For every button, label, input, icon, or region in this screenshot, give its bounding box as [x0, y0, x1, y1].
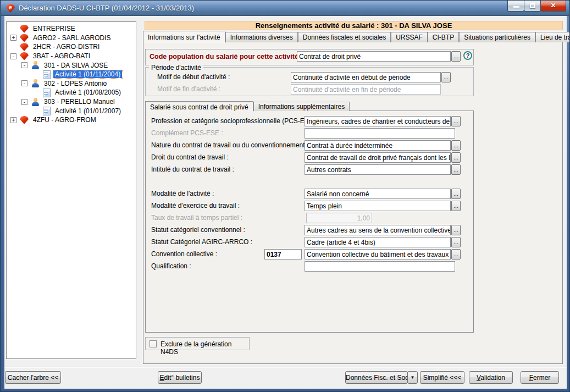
- statut-agirc-field[interactable]: Cadre (article 4 et 4bis): [305, 237, 451, 247]
- tab-ci-btp[interactable]: CI-BTP: [428, 32, 459, 42]
- tree-item-303[interactable]: -303 - PERELLO Manuel: [7, 97, 136, 107]
- statut-agirc-label: Statut Catégoriel AGIRC-ARRCO :: [151, 238, 252, 246]
- modalite-exercice-field[interactable]: Temps plein: [305, 201, 451, 211]
- motif-fin-field: Continuité d'activité en fin de période: [291, 84, 441, 95]
- statut-conventionnel-browse-button[interactable]: ...: [451, 225, 461, 235]
- company-icon: [20, 34, 29, 42]
- title-bar: e Déclaration DADS-U CI-BTP (01/04/2012 …: [1, 1, 569, 16]
- tab-situations-particulieres[interactable]: Situations particulières: [459, 32, 535, 42]
- tab-informations-diverses[interactable]: Informations diverses: [225, 32, 298, 42]
- convention-collective-field[interactable]: Convention collective du bâtiment et des…: [305, 249, 451, 260]
- droit-contrat-browse-button[interactable]: ...: [451, 152, 461, 163]
- modalite-activite-field[interactable]: Salarié non concerné: [305, 189, 451, 199]
- code-population-field[interactable]: Contrat de droit privé: [297, 51, 451, 62]
- fermer-button[interactable]: Fermer: [521, 371, 559, 384]
- document-icon: [42, 89, 51, 97]
- convention-collective-label: Convention collective :: [151, 250, 217, 258]
- tab-informations-supplementaires[interactable]: Informations supplémentaires: [253, 102, 350, 111]
- help-icon[interactable]: ?: [463, 51, 472, 60]
- app-icon-letter: e: [9, 4, 12, 10]
- exclude-n4ds-box: Exclure de la génération N4DS: [145, 337, 250, 350]
- nature-contrat-field[interactable]: Contrat à durée indéterminée: [305, 140, 451, 151]
- complement-pcs-field[interactable]: [305, 128, 455, 139]
- minimize-icon: [513, 6, 519, 8]
- convention-collective-browse-button[interactable]: ...: [451, 249, 461, 260]
- tree-item-agro2[interactable]: +AGRO2 - SARL AGRODIS: [7, 34, 136, 43]
- expander-minus-icon[interactable]: -: [21, 62, 27, 68]
- complement-pcs-label: Complément PCS-ESE :: [151, 129, 223, 137]
- code-population-label: Code population du salarié pour cette ac…: [150, 53, 303, 60]
- droit-contrat-label: Droit du contrat de travail :: [151, 153, 229, 161]
- caret-down-icon: ▼: [408, 372, 417, 383]
- close-button[interactable]: ✕: [540, 1, 566, 12]
- simplifie-button[interactable]: Simplifié <<<: [420, 371, 464, 384]
- tree-item-302[interactable]: -302 - LOPES Antonio: [7, 79, 136, 89]
- droit-contrat-field[interactable]: Contrat de travail de droit privé frança…: [305, 152, 451, 163]
- exclude-n4ds-checkbox[interactable]: [150, 340, 157, 347]
- profession-label: Profession et catégorie socioprofessionn…: [151, 117, 319, 125]
- window-title: Déclaration DADS-U CI-BTP (01/04/2012 - …: [19, 1, 194, 16]
- expander-minus-icon[interactable]: -: [21, 80, 27, 86]
- validation-button[interactable]: Validation: [469, 371, 513, 384]
- maximize-button[interactable]: [524, 1, 541, 12]
- tree-item-2hcr[interactable]: 2HCR - AGRO-DISTRI: [7, 42, 136, 52]
- app-icon: e: [6, 4, 15, 13]
- form-row-intitule-contrat: Intitulé du contrat de travail : Autres …: [1, 164, 569, 175]
- modalite-exercice-label: Modalité d'exercice du travail :: [151, 202, 240, 209]
- employee-icon: [31, 61, 40, 69]
- nature-contrat-browse-button[interactable]: ...: [451, 140, 461, 151]
- taux-partiel-label: Taux de travail à temps partiel :: [151, 214, 242, 222]
- form-row-convention-collective: Convention collective : 0137 Convention …: [1, 249, 569, 260]
- tree-item-301[interactable]: -301 - DA SILVA JOSE: [7, 60, 136, 70]
- modalite-exercice-browse-button[interactable]: ...: [451, 201, 461, 211]
- statut-agirc-browse-button[interactable]: ...: [451, 237, 461, 247]
- edit-bulletins-button[interactable]: Edit° bulletins: [158, 371, 202, 384]
- minimize-button[interactable]: [507, 1, 524, 12]
- tree-item-3bat[interactable]: -3BAT - AGRO-BATI: [7, 52, 136, 61]
- form-row-statut-agirc: Statut Catégoriel AGIRC-ARRCO : Cadre (a…: [1, 237, 569, 248]
- motif-debut-browse-button[interactable]: ...: [441, 72, 451, 82]
- intitule-contrat-field[interactable]: Autres contrats: [305, 164, 451, 175]
- intitule-contrat-label: Intitulé du contrat de travail :: [151, 165, 234, 173]
- donnees-fisc-dropdown-button[interactable]: ▼: [407, 371, 418, 384]
- convention-code-field[interactable]: 0137: [264, 249, 302, 260]
- employee-icon: [31, 79, 40, 87]
- main-tab-strip: Informations sur l'activité Informations…: [143, 30, 570, 42]
- modalite-activite-browse-button[interactable]: ...: [451, 189, 461, 199]
- statut-conventionnel-label: Statut catégoriel conventionnel :: [151, 226, 245, 234]
- qualification-label: Qualification :: [151, 262, 191, 270]
- profession-browse-button[interactable]: ...: [451, 116, 461, 126]
- motif-debut-label: Motif de début d'activité :: [157, 73, 230, 81]
- footer-divider: [4, 367, 567, 368]
- periode-activite-legend: Période d'activité: [149, 64, 203, 71]
- tree-item-activite-302[interactable]: Activité 1 (01/08/2005): [7, 88, 136, 97]
- tab-donnees-fiscales[interactable]: Données fiscales et sociales: [298, 32, 391, 42]
- qualification-field[interactable]: [305, 261, 455, 272]
- expander-minus-icon[interactable]: -: [10, 53, 16, 59]
- hide-tree-button[interactable]: Cacher l'arbre <<: [5, 371, 61, 384]
- code-population-browse-button[interactable]: ...: [451, 51, 461, 62]
- tab-urssaf[interactable]: URSSAF: [391, 32, 428, 42]
- tree-item-entreprise[interactable]: ENTREPRISE: [7, 24, 136, 34]
- company-icon: [20, 25, 29, 33]
- expander-minus-icon[interactable]: -: [21, 99, 27, 105]
- intitule-contrat-browse-button[interactable]: ...: [451, 164, 461, 175]
- profession-field[interactable]: Ingénieurs, cadres de chantier et conduc…: [305, 116, 451, 126]
- form-row-modalite-exercice: Modalité d'exercice du travail : Temps p…: [1, 201, 569, 212]
- tab-lieu-de-travail[interactable]: Lieu de travail: [535, 32, 570, 42]
- close-icon: ✕: [541, 2, 566, 9]
- expander-plus-icon[interactable]: +: [10, 35, 16, 41]
- donnees-fisc-button[interactable]: Données Fisc. et Soc.: [345, 371, 408, 384]
- motif-debut-field[interactable]: Continuité d'activité en début de périod…: [291, 72, 441, 82]
- form-row-profession: Profession et catégorie socioprofessionn…: [1, 116, 569, 127]
- statut-conventionnel-field[interactable]: Autres cadres au sens de la convention c…: [305, 225, 451, 235]
- tree-item-activite-301[interactable]: Activité 1 (01/11/2004): [7, 70, 136, 79]
- tab-informations-activite[interactable]: Informations sur l'activité: [143, 31, 225, 43]
- form-row-modalite-activite: Modalité de l'activité : Salarié non con…: [1, 189, 569, 200]
- company-icon: [20, 52, 29, 60]
- document-icon: [42, 107, 51, 115]
- tree-item-activite-303[interactable]: Activité 1 (01/01/2007): [7, 106, 136, 115]
- tab-salarie-contrat-prive[interactable]: Salarié sous contrat de droit privé: [145, 101, 253, 112]
- taux-partiel-field: 1,00: [306, 213, 372, 223]
- form-row-statut-conventionnel: Statut catégoriel conventionnel : Autres…: [1, 225, 569, 236]
